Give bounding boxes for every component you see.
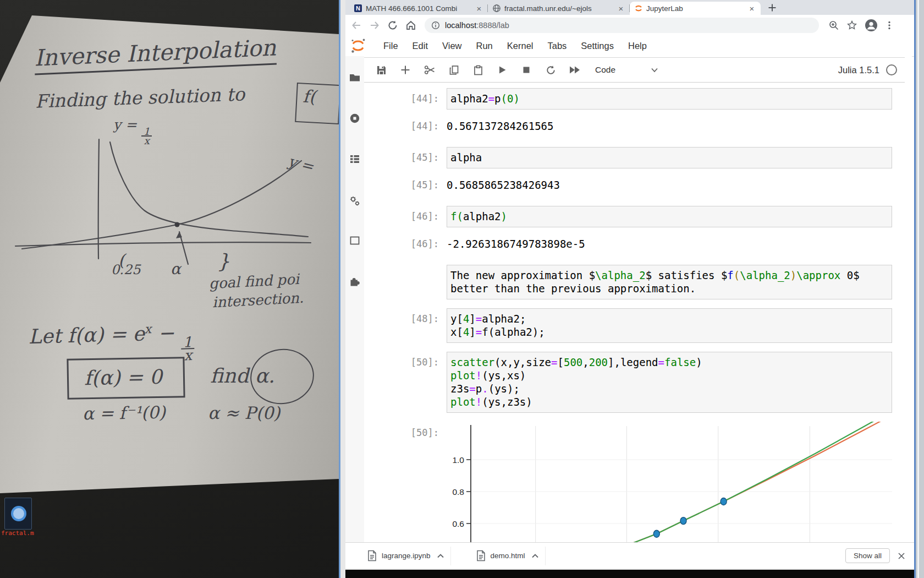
info-icon[interactable] — [431, 21, 440, 30]
cell-prompt: [48]: — [364, 308, 447, 343]
browser-tab[interactable]: NMATH 466.666.1001 Combi× — [349, 2, 488, 15]
property-inspector-icon[interactable] — [348, 194, 361, 208]
document-icon — [367, 550, 377, 561]
add-cell-icon[interactable] — [398, 63, 413, 77]
window-edge-right — [914, 0, 924, 578]
folder-icon[interactable] — [348, 71, 361, 84]
paste-icon[interactable] — [471, 63, 485, 77]
url-field[interactable]: localhost :8888/lab — [425, 18, 819, 33]
home-icon[interactable] — [404, 18, 418, 32]
reload-icon[interactable] — [386, 18, 400, 32]
code-line: y[4]=alpha2; — [450, 312, 889, 325]
save-icon[interactable] — [374, 63, 388, 77]
chevron-down-icon[interactable] — [647, 63, 662, 77]
forward-icon[interactable] — [367, 18, 382, 32]
cell-prompt: [50]: — [364, 422, 447, 542]
stop-icon[interactable] — [519, 63, 534, 77]
browser-window: NMATH 466.666.1001 Combi×fractal.math.un… — [345, 0, 914, 578]
new-tab-icon[interactable] — [765, 1, 779, 15]
download-item[interactable]: lagrange.ipynb — [362, 547, 451, 565]
cell-prompt: [45]: — [364, 147, 447, 168]
minimized-window-thumbnail[interactable] — [4, 498, 32, 530]
browser-tab[interactable]: JupyterLab× — [630, 2, 761, 15]
hw-boxed-fragment: f( — [295, 83, 339, 124]
tab-close-icon[interactable]: × — [475, 4, 483, 13]
zoom-icon[interactable] — [827, 18, 841, 32]
open-tabs-icon[interactable] — [348, 234, 361, 247]
menu-item-help[interactable]: Help — [621, 41, 654, 51]
url-host: localhost — [445, 21, 476, 30]
menu-item-file[interactable]: File — [376, 41, 405, 51]
back-icon[interactable] — [349, 18, 364, 32]
menu-item-edit[interactable]: Edit — [405, 41, 435, 51]
run-icon[interactable] — [495, 63, 509, 77]
jupyterlab-menubar: FileEditViewRunKernelTabsSettingsHelp — [345, 35, 914, 57]
hw-approx-line: α ≈ P(0) — [208, 403, 280, 423]
tab-label: MATH 466.666.1001 Combi — [366, 4, 471, 13]
tab-close-icon[interactable]: × — [747, 4, 756, 13]
cell-prompt: [45]: — [364, 177, 447, 192]
hw-inverse-line: α = f⁻¹(0) — [82, 402, 166, 424]
cell-prompt: [46]: — [364, 206, 447, 227]
notebook-panel: Code Julia 1.5.1 [44]:alpha2=p(0)[44]:0.… — [364, 56, 912, 542]
cell-prompt: [46]: — [364, 236, 447, 250]
star-icon[interactable] — [845, 18, 859, 32]
menu-item-run[interactable]: Run — [469, 41, 500, 51]
code-line: alpha2=p(0) — [450, 92, 889, 105]
restart-icon[interactable] — [543, 63, 558, 77]
address-bar: localhost :8888/lab — [345, 15, 914, 36]
menu-item-view[interactable]: View — [435, 41, 469, 51]
run-all-icon[interactable] — [568, 63, 582, 77]
running-kernels-icon[interactable] — [348, 112, 361, 125]
menu-dots-icon[interactable] — [882, 18, 897, 32]
activity-sidebar — [345, 56, 365, 542]
browser-tab[interactable]: fractal.math.unr.edu/~ejols× — [488, 2, 630, 15]
cell-input[interactable]: alpha — [447, 147, 892, 168]
tab-close-icon[interactable]: × — [617, 4, 625, 13]
blue-circle-logo — [11, 506, 26, 521]
code-line: x[4]=f(alpha2); — [450, 325, 889, 339]
menu-item-tabs[interactable]: Tabs — [540, 41, 574, 51]
avatar-icon[interactable] — [864, 18, 878, 32]
cell-input[interactable]: The new approximation $\alpha_2$ satisfi… — [447, 265, 892, 299]
code-line: scatter(x,y,size=[500,200],legend=false) — [450, 356, 889, 369]
cell-prompt: [44]: — [364, 118, 447, 133]
document-icon — [476, 550, 486, 561]
tab-label: JupyterLab — [646, 4, 744, 13]
caret-up-icon[interactable] — [531, 552, 540, 560]
hw-tick-alpha: α — [170, 260, 181, 278]
cell-input[interactable]: f(alpha2) — [447, 206, 892, 227]
show-all-button[interactable]: Show all — [845, 548, 890, 563]
menu-list: FileEditViewRunKernelTabsSettingsHelp — [376, 41, 654, 51]
code-line: The new approximation $\alpha_2$ satisfi… — [450, 269, 889, 295]
cut-icon[interactable] — [422, 63, 437, 77]
toolbar-icons — [364, 63, 582, 77]
jupyter-logo-icon — [350, 38, 366, 53]
extensions-icon[interactable] — [348, 275, 361, 288]
cell-type-dropdown[interactable]: Code — [595, 65, 615, 75]
caret-up-icon[interactable] — [436, 552, 445, 560]
menu-item-kernel[interactable]: Kernel — [500, 41, 541, 51]
hw-right-brace: } — [217, 250, 230, 272]
menu-item-settings[interactable]: Settings — [574, 41, 621, 51]
copy-icon[interactable] — [447, 63, 461, 77]
cell-output: 0.567137284261565 — [447, 118, 553, 133]
plot-output: 1.00.80.6 — [447, 422, 892, 542]
code-line: f(alpha2) — [450, 210, 889, 223]
download-item[interactable]: demo.html — [471, 547, 546, 565]
svg-text:N: N — [356, 5, 360, 12]
kernel-status-icon[interactable] — [886, 64, 897, 75]
cell-prompt — [364, 265, 447, 299]
code-line: plot!(ys,xs) — [450, 369, 889, 382]
cell-input[interactable]: scatter(x,y,size=[500,200],legend=false)… — [447, 352, 892, 413]
close-shelf-icon[interactable] — [898, 552, 905, 560]
download-filename: demo.html — [491, 552, 525, 560]
cell-input[interactable]: y[4]=alpha2;x[4]=f(alpha2); — [447, 308, 892, 343]
cell-input[interactable]: alpha2=p(0) — [447, 88, 892, 110]
download-filename: lagrange.ipynb — [382, 552, 431, 560]
notebook-toolbar: Code Julia 1.5.1 — [364, 57, 905, 83]
command-palette-icon[interactable] — [348, 152, 361, 166]
mini-window-label: fractal.m — [1, 530, 34, 537]
code-line: plot!(ys,z3s) — [450, 395, 889, 408]
tab-label: fractal.math.unr.edu/~ejols — [504, 4, 613, 13]
